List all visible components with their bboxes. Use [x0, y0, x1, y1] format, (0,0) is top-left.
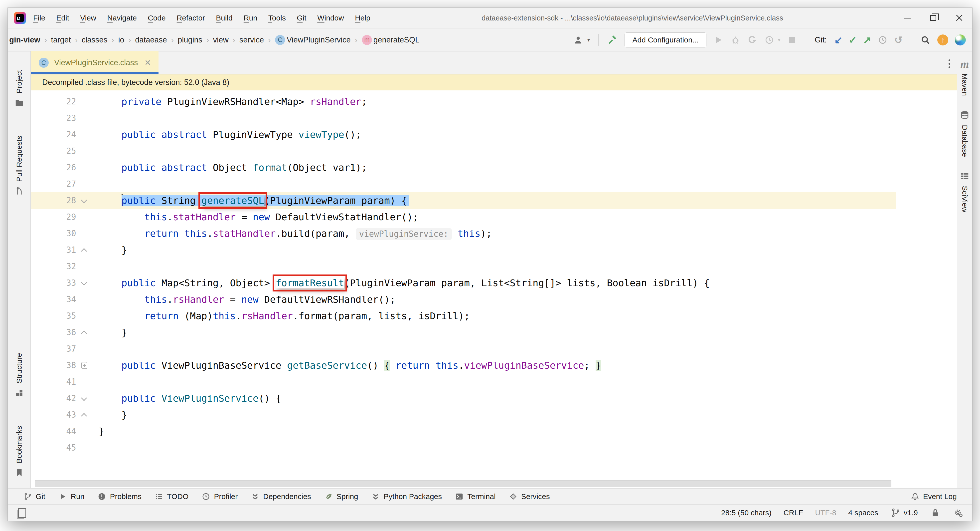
update-available-icon[interactable]: ↑ [937, 35, 948, 45]
code-line-35[interactable]: 35 return (Map)this.rsHandler.format(par… [31, 308, 896, 324]
menu-help[interactable]: Help [355, 14, 371, 22]
breadcrumb-generatesql[interactable]: mgenerateSQL [361, 35, 419, 45]
menu-refactor[interactable]: Refactor [177, 14, 205, 22]
tab-viewpluginservice[interactable]: C ViewPluginService.class ✕ [31, 51, 159, 74]
code-line-45[interactable]: 45 [31, 440, 896, 456]
menu-view[interactable]: View [80, 14, 96, 22]
code-line-44[interactable]: 44} [31, 423, 896, 440]
toolwindow-dependencies[interactable]: Dependencies [244, 492, 318, 501]
minimize-button[interactable] [894, 8, 920, 28]
menu-window[interactable]: Window [317, 14, 344, 22]
toolwindow-todo[interactable]: TODO [148, 492, 195, 501]
close-button[interactable] [946, 8, 972, 28]
error-stripe[interactable] [896, 91, 957, 488]
branch-icon [890, 507, 901, 518]
code-line-32[interactable]: 32 [31, 258, 896, 275]
code-line-23[interactable]: 23 [31, 110, 896, 126]
toolwindow-git[interactable]: Git [17, 492, 52, 501]
breadcrumb-view[interactable]: view [213, 35, 229, 45]
rollback-icon[interactable]: ↺ [894, 35, 903, 45]
toolwindow-event-log[interactable]: Event Log [904, 492, 963, 501]
code-line-25[interactable]: 25 [31, 143, 896, 159]
tool-button-database[interactable]: Database [959, 110, 970, 157]
tool-button-structure[interactable]: Structure [14, 353, 25, 399]
code-line-37[interactable]: 37 [31, 341, 896, 357]
breadcrumb-viewpluginservice[interactable]: CViewPluginService [275, 35, 350, 45]
status-file-encoding[interactable]: UTF-8 [815, 509, 836, 517]
fold-up-icon[interactable] [80, 411, 89, 419]
breadcrumb-classes[interactable]: classes [82, 35, 107, 45]
breadcrumb-gin-view[interactable]: gin-view [9, 35, 40, 45]
code-line-24[interactable]: 24 public abstract PluginViewType viewTy… [31, 126, 896, 143]
code-line-29[interactable]: 29 this.statHandler = new DefaultViewSta… [31, 209, 896, 225]
update-icon[interactable]: ↙ [834, 35, 843, 45]
history-icon[interactable] [877, 35, 888, 45]
menu-git[interactable]: Git [297, 14, 306, 22]
tool-button-maven[interactable]: mMaven [959, 59, 970, 96]
menu-build[interactable]: Build [216, 14, 233, 22]
toolwindow-spring[interactable]: Spring [318, 492, 365, 501]
toolwindow-problems[interactable]: Problems [91, 492, 148, 501]
toolwindow-python-packages[interactable]: Python Packages [365, 492, 448, 501]
code-line-27[interactable]: 27 [31, 176, 896, 192]
fold-down-icon[interactable] [80, 394, 89, 403]
fold-down-icon[interactable] [80, 196, 89, 205]
commit-icon[interactable]: ✓ [848, 35, 857, 45]
tool-button-pull-requests[interactable]: Pull Requests [14, 136, 25, 197]
toolwindow-services[interactable]: Services [502, 492, 557, 501]
code-editor[interactable]: 22 private PluginViewRSHandler<Map> rsHa… [31, 91, 957, 488]
fold-up-icon[interactable] [80, 246, 89, 254]
status-background-tasks[interactable] [953, 507, 964, 518]
toolwindow-profiler[interactable]: Profiler [195, 492, 244, 501]
code-line-36[interactable]: 36 } [31, 324, 896, 341]
tool-button-sciview[interactable]: SciView [959, 171, 970, 212]
status-git-branch[interactable]: v1.9 [890, 507, 918, 518]
tab-options-icon[interactable] [948, 59, 950, 68]
menu-file[interactable]: File [33, 14, 45, 22]
breadcrumb-io[interactable]: io [118, 35, 124, 45]
menu-edit[interactable]: Edit [56, 14, 69, 22]
menu-navigate[interactable]: Navigate [107, 14, 137, 22]
tab-close-icon[interactable]: ✕ [144, 58, 151, 67]
fold-plus-icon[interactable] [81, 362, 88, 369]
menu-tools[interactable]: Tools [268, 14, 286, 22]
menu-run[interactable]: Run [243, 14, 257, 22]
breadcrumb-dataease[interactable]: dataease [135, 35, 167, 45]
user-dropdown-icon[interactable]: ▾ [587, 37, 590, 43]
code-line-38[interactable]: 38 public ViewPluginBaseService getBaseS… [31, 357, 896, 374]
build-hammer-icon[interactable] [607, 35, 618, 45]
tool-button-project[interactable]: Project [14, 70, 25, 108]
fold-down-icon[interactable] [80, 279, 89, 287]
search-everywhere-icon[interactable] [920, 35, 931, 45]
menu-code[interactable]: Code [148, 14, 166, 22]
horizontal-scrollbar[interactable] [35, 480, 891, 487]
code-line-31[interactable]: 31 } [31, 242, 896, 258]
code-line-30[interactable]: 30 return this.statHandler.build(param, … [31, 225, 896, 242]
code-line-42[interactable]: 42 public ViewPluginService() { [31, 390, 896, 407]
code-line-34[interactable]: 34 this.rsHandler = new DefaultViewRSHan… [31, 291, 896, 308]
breadcrumb-target[interactable]: target [51, 35, 71, 45]
code-line-33[interactable]: 33 public Map<String, Object> formatResu… [31, 275, 896, 291]
code-line-43[interactable]: 43 } [31, 407, 896, 423]
code-line-41[interactable]: 41 [31, 374, 896, 390]
status-indent-style[interactable]: 4 spaces [848, 509, 878, 517]
push-icon[interactable]: ↗ [863, 35, 872, 45]
fold-up-icon[interactable] [80, 328, 89, 337]
breadcrumb-plugins[interactable]: plugins [178, 35, 202, 45]
code-line-28[interactable]: 28 public String generateSQL(PluginViewP… [31, 192, 896, 209]
add-configuration-button[interactable]: Add Configuration... [625, 32, 706, 48]
ide-window: FileEditViewNavigateCodeRefactorBuildRun… [8, 8, 972, 521]
code-with-me-icon[interactable] [955, 35, 966, 45]
code-line-26[interactable]: 26 public abstract Object format(Object … [31, 159, 896, 176]
code-line-22[interactable]: 22 private PluginViewRSHandler<Map> rsHa… [31, 93, 896, 110]
breadcrumb-service[interactable]: service [239, 35, 264, 45]
status-read-only-toggle[interactable] [930, 507, 941, 518]
tool-button-bookmarks[interactable]: Bookmarks [14, 426, 25, 478]
toolwindow-run[interactable]: Run [52, 492, 91, 501]
restore-button[interactable] [920, 8, 946, 28]
status-caret-position[interactable]: 28:5 (50 chars) [721, 509, 772, 517]
toolwindow-terminal[interactable]: Terminal [448, 492, 502, 501]
user-icon[interactable] [573, 35, 584, 45]
tool-window-toggle-icon[interactable] [16, 508, 26, 518]
status-line-separator[interactable]: CRLF [784, 509, 803, 517]
